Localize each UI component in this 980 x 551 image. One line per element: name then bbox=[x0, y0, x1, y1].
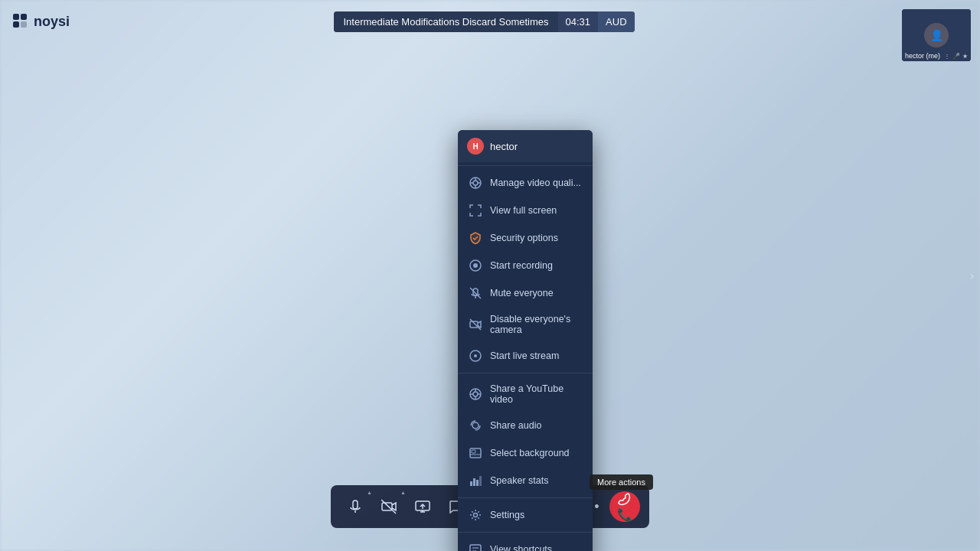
recording-label: Start recording bbox=[490, 260, 582, 271]
svg-point-33 bbox=[474, 514, 478, 517]
svg-rect-29 bbox=[470, 481, 472, 486]
menu-item-speaker-stats[interactable]: Speaker stats bbox=[458, 467, 593, 494]
menu-item-background[interactable]: Select background bbox=[458, 439, 593, 467]
svg-point-5 bbox=[473, 181, 478, 185]
context-menu: H hector Manage video quali... bbox=[458, 130, 593, 551]
logo-text: noysi bbox=[34, 14, 70, 30]
hang-up-button[interactable]: 📞 bbox=[609, 491, 640, 522]
self-view-pin-icon[interactable]: ★ bbox=[962, 53, 968, 60]
menu-item-manage-video[interactable]: Manage video quali... bbox=[458, 169, 593, 197]
menu-item-fullscreen[interactable]: View full screen bbox=[458, 197, 593, 224]
menu-item-youtube[interactable]: Share a YouTube video bbox=[458, 377, 593, 412]
fullscreen-icon bbox=[469, 204, 482, 217]
screen-share-button[interactable] bbox=[407, 491, 438, 522]
self-view-menu-icon[interactable]: ⋮ bbox=[944, 53, 950, 60]
svg-rect-0 bbox=[13, 14, 19, 20]
user-avatar: H bbox=[467, 138, 484, 155]
livestream-icon bbox=[469, 349, 482, 363]
more-actions-tooltip: More actions bbox=[590, 474, 653, 490]
disable-camera-label: Disable everyone's camera bbox=[490, 314, 582, 335]
manage-video-icon bbox=[469, 176, 482, 190]
menu-item-share-audio[interactable]: Share audio bbox=[458, 412, 593, 439]
menu-item-settings[interactable]: Settings bbox=[458, 501, 593, 529]
settings-label: Settings bbox=[490, 510, 582, 520]
background-icon bbox=[469, 446, 482, 460]
svg-rect-32 bbox=[479, 476, 482, 486]
divider-1 bbox=[458, 165, 593, 166]
security-icon bbox=[469, 231, 482, 245]
youtube-icon bbox=[469, 387, 482, 401]
audio-chevron: ▲ bbox=[367, 490, 372, 495]
top-bar: noysi Intermediate Modifications Discard… bbox=[0, 0, 980, 43]
svg-point-25 bbox=[472, 422, 479, 429]
share-audio-label: Share audio bbox=[490, 420, 582, 431]
svg-line-16 bbox=[470, 319, 481, 330]
svg-rect-31 bbox=[476, 480, 479, 486]
video-chevron: ▲ bbox=[400, 490, 406, 495]
self-view: 👤 hector (me) ⋮ 🎤 ★ bbox=[902, 9, 971, 61]
recording-icon bbox=[469, 259, 482, 272]
audio-button[interactable]: ▲ bbox=[340, 491, 371, 522]
user-name: hector bbox=[490, 141, 518, 152]
disable-camera-icon bbox=[469, 318, 482, 331]
meeting-title: Intermediate Modifications Discard Somet… bbox=[334, 11, 557, 32]
divider-4 bbox=[458, 532, 593, 533]
svg-rect-3 bbox=[21, 21, 27, 28]
mute-all-icon bbox=[469, 286, 482, 300]
divider-3 bbox=[458, 497, 593, 498]
divider-2 bbox=[458, 373, 593, 373]
share-audio-icon bbox=[469, 419, 482, 432]
svg-rect-2 bbox=[21, 14, 27, 20]
logo-icon bbox=[12, 13, 29, 30]
speaker-stats-icon bbox=[469, 474, 482, 487]
livestream-label: Start live stream bbox=[490, 350, 582, 361]
svg-point-20 bbox=[473, 392, 478, 396]
background-label: Select background bbox=[490, 448, 582, 458]
security-label: Security options bbox=[490, 233, 582, 243]
svg-line-41 bbox=[381, 500, 396, 514]
more-actions-label: More actions bbox=[597, 478, 645, 487]
meeting-info: Intermediate Modifications Discard Somet… bbox=[334, 11, 634, 32]
video-icon bbox=[381, 499, 397, 514]
hangup-phone-glyph: 📞 bbox=[617, 507, 632, 522]
screen-share-icon bbox=[415, 499, 430, 514]
meeting-lang: AUD bbox=[598, 11, 634, 32]
menu-item-livestream[interactable]: Start live stream bbox=[458, 342, 593, 370]
menu-item-disable-camera[interactable]: Disable everyone's camera bbox=[458, 307, 593, 342]
video-button[interactable]: ▲ bbox=[374, 491, 404, 522]
manage-video-label: Manage video quali... bbox=[490, 178, 582, 188]
right-arrow[interactable]: › bbox=[970, 269, 974, 282]
audio-icon bbox=[348, 499, 363, 514]
speaker-stats-label: Speaker stats bbox=[490, 475, 582, 486]
svg-point-18 bbox=[474, 354, 477, 357]
fullscreen-label: View full screen bbox=[490, 205, 582, 216]
svg-rect-27 bbox=[472, 450, 475, 453]
settings-icon bbox=[469, 508, 482, 522]
meeting-timer: 04:31 bbox=[558, 11, 599, 32]
youtube-label: Share a YouTube video bbox=[490, 383, 582, 405]
menu-item-shortcuts[interactable]: View shortcuts bbox=[458, 536, 593, 551]
menu-item-security[interactable]: Security options bbox=[458, 224, 593, 252]
svg-point-11 bbox=[473, 263, 478, 268]
menu-item-recording[interactable]: Start recording bbox=[458, 252, 593, 279]
svg-rect-1 bbox=[13, 21, 19, 28]
self-view-label: hector (me) bbox=[905, 52, 940, 60]
self-view-controls: ⋮ 🎤 ★ bbox=[944, 53, 968, 60]
shortcuts-icon bbox=[469, 543, 482, 551]
svg-rect-38 bbox=[353, 500, 358, 509]
logo: noysi bbox=[12, 13, 70, 30]
self-avatar: 👤 bbox=[924, 23, 949, 47]
menu-header[interactable]: H hector bbox=[458, 130, 593, 162]
self-view-mute-icon[interactable]: 🎤 bbox=[952, 53, 960, 60]
shortcuts-label: View shortcuts bbox=[490, 544, 582, 551]
svg-rect-30 bbox=[473, 478, 475, 486]
self-view-inner: 👤 hector (me) ⋮ 🎤 ★ bbox=[902, 9, 971, 61]
menu-item-mute-all[interactable]: Mute everyone bbox=[458, 279, 593, 307]
mute-all-label: Mute everyone bbox=[490, 288, 582, 298]
svg-rect-40 bbox=[382, 503, 392, 510]
hang-up-icon bbox=[617, 492, 632, 507]
